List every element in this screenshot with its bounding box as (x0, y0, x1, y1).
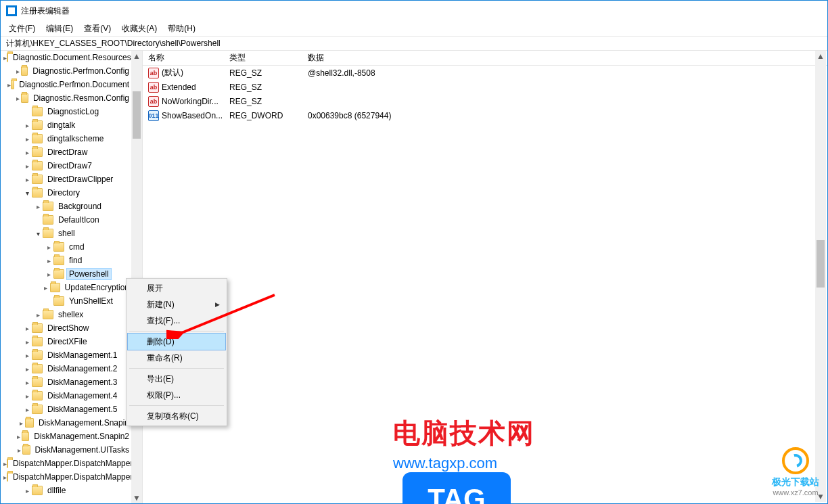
tree-item[interactable]: ▸DiskManagement.1 (1, 348, 131, 362)
chevron-icon[interactable]: ▸ (22, 122, 32, 129)
chevron-icon[interactable]: ▸ (22, 365, 32, 373)
tree-item-label: DiskManagement.2 (45, 363, 119, 374)
tree-item[interactable]: DefaultIcon (1, 213, 131, 227)
window-vscrollbar[interactable]: ▲ ▼ (815, 51, 826, 502)
tree-item[interactable]: ▸Powershell (1, 267, 131, 281)
tree-scrollbar[interactable]: ▲ ▼ (131, 51, 142, 503)
tree-item[interactable]: ▸Diagnostic.Document.Resources (1, 51, 131, 64)
tree-item[interactable]: ▸DirectDrawClipper (1, 173, 131, 186)
tree-item[interactable]: ▸dingtalk (1, 118, 131, 132)
tree-item[interactable]: ▸Diagnostic.Perfmon.Config (1, 64, 131, 78)
cm-rename[interactable]: 重命名(R) (128, 350, 225, 366)
cm-expand[interactable]: 展开 (128, 280, 225, 296)
chevron-icon[interactable]: ▸ (16, 433, 22, 440)
tree-item[interactable]: ▸Background (1, 200, 131, 213)
address-bar[interactable]: 计算机\HKEY_CLASSES_ROOT\Directory\shell\Po… (1, 36, 827, 51)
menu-edit[interactable]: 编辑(E) (41, 22, 78, 36)
tree-item[interactable]: ▸shellex (1, 308, 131, 321)
folder-icon (32, 147, 43, 157)
tree-item[interactable]: ▸DirectShow (1, 321, 131, 335)
tree-item[interactable]: ▸find (1, 254, 131, 267)
folder-icon (32, 350, 43, 360)
scroll-down-icon[interactable]: ▼ (815, 491, 826, 502)
cm-delete[interactable]: 删除(D) (128, 334, 225, 350)
cm-find[interactable]: 查找(F)... (128, 313, 225, 329)
chevron-icon[interactable]: ▾ (22, 189, 32, 197)
tree-item[interactable]: ▸DispatchMapper.DispatchMapper.1 (1, 470, 131, 484)
chevron-icon[interactable]: ▸ (15, 68, 21, 75)
tree-item[interactable]: ▸DiskManagement.5 (1, 403, 131, 416)
chevron-icon[interactable]: ▸ (15, 95, 21, 102)
cm-copy-key-name[interactable]: 复制项名称(C) (128, 408, 225, 424)
menu-help[interactable]: 帮助(H) (162, 22, 201, 36)
value-row[interactable]: 011ShowBasedOn...REG_DWORD0x00639bc8 (65… (143, 108, 827, 122)
tree-item-label: shell (56, 228, 77, 239)
tree-item[interactable]: ▸DispatchMapper.DispatchMapper (1, 457, 131, 470)
chevron-icon[interactable]: ▸ (22, 135, 32, 143)
chevron-icon[interactable]: ▾ (33, 230, 43, 237)
folder-icon (25, 418, 34, 428)
value-row[interactable]: abNoWorkingDir...REG_SZ (143, 94, 827, 108)
context-menu: 展开 新建(N) 查找(F)... 删除(D) 重命名(R) 导出(E) 权限(… (126, 278, 227, 426)
chevron-icon[interactable]: ▸ (44, 271, 53, 278)
tree-item[interactable]: ▸DirectDraw (1, 145, 131, 159)
tree-item[interactable]: ▸DirectDraw7 (1, 159, 131, 173)
tree-item[interactable]: ▸DiskManagement.3 (1, 375, 131, 389)
value-row[interactable]: abExtendedREG_SZ (143, 80, 827, 94)
tree-item[interactable]: ▸dllfile (1, 484, 131, 497)
menu-file[interactable]: 文件(F) (3, 22, 41, 36)
window-vscrollbar-thumb[interactable] (816, 240, 825, 288)
chevron-icon[interactable]: ▸ (44, 257, 53, 265)
values-list[interactable]: ab(默认)REG_SZ@shell32.dll,-8508abExtended… (143, 66, 827, 503)
tree-view[interactable]: ▸Diagnostic.Document.Resources▸Diagnosti… (1, 51, 131, 503)
tree-item[interactable]: ▸DiskManagement.UITasks (1, 443, 131, 457)
tree-item[interactable]: ▾shell (1, 227, 131, 240)
chevron-icon[interactable]: ▸ (22, 487, 32, 495)
cm-export[interactable]: 导出(E) (128, 371, 225, 387)
tree-item[interactable]: ▾Directory (1, 186, 131, 200)
tree-item[interactable]: ▸Diagnostic.Perfmon.Document (1, 78, 131, 91)
tree-item[interactable]: ▸DiskManagement.4 (1, 389, 131, 403)
chevron-icon[interactable]: ▸ (41, 284, 50, 292)
tree-item[interactable]: ▸DirectXFile (1, 335, 131, 348)
col-header-data[interactable]: 数据 (302, 52, 827, 64)
chevron-icon[interactable]: ▸ (22, 406, 32, 413)
chevron-icon[interactable]: ▸ (44, 244, 53, 251)
tree-scrollbar-thumb[interactable] (133, 91, 141, 139)
chevron-icon[interactable]: ▸ (22, 325, 32, 332)
tree-item[interactable]: ▸Diagnostic.Resmon.Config (1, 91, 131, 105)
title-bar: 注册表编辑器 (1, 1, 827, 21)
chevron-icon[interactable]: ▸ (33, 311, 43, 319)
cm-permissions[interactable]: 权限(P)... (128, 387, 225, 403)
chevron-icon[interactable]: ▸ (33, 203, 43, 210)
tree-item[interactable]: DiagnosticLog (1, 105, 131, 118)
chevron-icon[interactable]: ▸ (22, 379, 32, 386)
tree-item[interactable]: ▸DiskManagement.Snapin (1, 416, 131, 430)
col-header-type[interactable]: 类型 (224, 52, 302, 64)
chevron-icon[interactable]: ▸ (22, 176, 32, 183)
menu-favorites[interactable]: 收藏夹(A) (116, 22, 162, 36)
tree-item[interactable]: YunShellExt (1, 294, 131, 308)
scroll-up-icon[interactable]: ▲ (131, 51, 142, 62)
regedit-window: 注册表编辑器 文件(F) 编辑(E) 查看(V) 收藏夹(A) 帮助(H) 计算… (0, 0, 828, 504)
chevron-icon[interactable]: ▸ (22, 352, 32, 359)
menu-view[interactable]: 查看(V) (78, 22, 116, 36)
tree-item[interactable]: ▸DiskManagement.2 (1, 362, 131, 375)
tree-item[interactable]: ▸dingtalkscheme (1, 132, 131, 145)
chevron-icon[interactable]: ▸ (22, 338, 32, 346)
chevron-icon[interactable]: ▸ (16, 446, 22, 454)
chevron-icon[interactable]: ▸ (18, 419, 25, 427)
folder-icon (32, 161, 43, 170)
tree-item[interactable]: ▸DiskManagement.Snapin2 (1, 430, 131, 443)
tree-item[interactable]: ▸UpdateEncryption (1, 281, 131, 294)
tree-item[interactable]: ▸cmd (1, 240, 131, 254)
chevron-icon[interactable]: ▸ (22, 392, 32, 400)
scroll-down-icon[interactable]: ▼ (131, 492, 142, 503)
chevron-icon[interactable]: ▸ (22, 149, 32, 156)
col-header-name[interactable]: 名称 (143, 52, 224, 64)
tree-item-label: DispatchMapper.DispatchMapper (11, 458, 131, 469)
value-row[interactable]: ab(默认)REG_SZ@shell32.dll,-8508 (143, 66, 827, 80)
chevron-icon[interactable]: ▸ (22, 162, 32, 170)
scroll-up-icon[interactable]: ▲ (815, 51, 826, 62)
cm-new[interactable]: 新建(N) (128, 296, 225, 313)
